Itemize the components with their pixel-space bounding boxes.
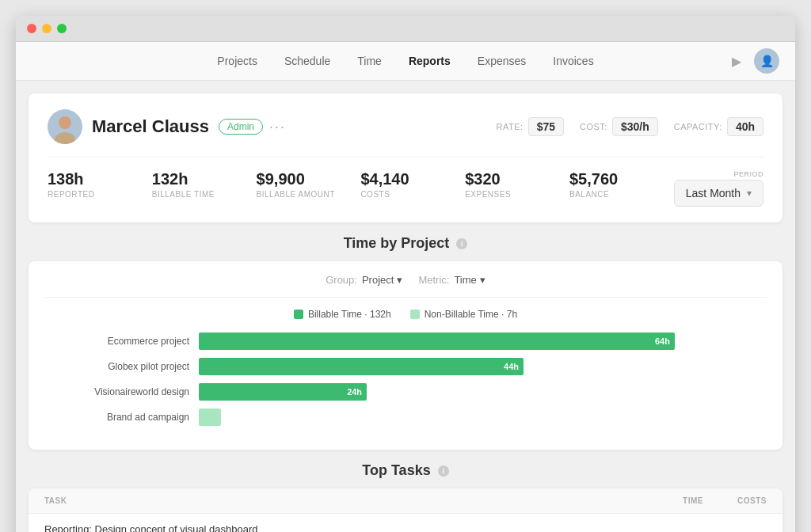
nav-schedule[interactable]: Schedule [283, 51, 332, 70]
bar-chart: Ecommerce project 64h Globex pilot proje… [44, 332, 767, 426]
capacity-label: CAPACITY: [674, 122, 722, 131]
bar-fill-brand-non-billable [199, 408, 221, 426]
bar-value-ecommerce: 64h [655, 336, 670, 346]
bar-row-ecommerce: Ecommerce project 64h [52, 332, 759, 350]
avatar [48, 109, 82, 144]
capacity-value: 40h [727, 117, 763, 136]
chart-section-title: Time by Project i [29, 235, 782, 252]
tasks-section-title: Top Tasks i [29, 462, 782, 479]
metric-selector[interactable]: Metric: Time ▾ [418, 274, 485, 286]
nav-projects[interactable]: Projects [215, 51, 259, 70]
stats-row: 138h REPORTED 132h BILLABLE TIME $9,900 … [48, 170, 763, 207]
rate-value: $75 [528, 117, 564, 136]
stat-expenses-label: EXPENSES [465, 190, 569, 199]
metric-label: Metric: [418, 274, 449, 286]
chevron-down-icon: ▾ [747, 188, 752, 199]
period-label: PERIOD [734, 170, 764, 178]
stat-billable-time-label: BILLABLE TIME [152, 190, 257, 199]
admin-badge: Admin [219, 119, 263, 135]
stat-balance-label: BALANCE [569, 190, 674, 199]
stat-costs-label: COSTS [360, 190, 465, 199]
stat-billable-time-value: 132h [152, 170, 257, 188]
more-options-icon[interactable]: ··· [269, 119, 286, 135]
bar-track-ecommerce: 64h [199, 332, 759, 350]
stat-expenses-value: $320 [465, 170, 569, 188]
navbar: Projects Schedule Time Reports Expenses … [16, 42, 795, 81]
legend-non-billable: Non-Billable Time · 7h [410, 309, 517, 320]
non-billable-legend-dot [410, 310, 420, 319]
tasks-col-time: TIME [640, 496, 703, 505]
maximize-dot[interactable] [57, 24, 67, 33]
profile-meta: RATE: $75 COST: $30/h CAPACITY: 40h [497, 117, 763, 136]
nav-invoices[interactable]: Invoices [551, 51, 595, 70]
bar-label-ecommerce: Ecommerce project [52, 336, 199, 347]
tasks-info-icon[interactable]: i [438, 466, 449, 477]
nav-expenses[interactable]: Expenses [476, 51, 527, 70]
bar-value-globex: 44h [504, 362, 519, 371]
bar-fill-ecommerce-billable: 64h [199, 332, 675, 350]
bar-row-visionaire: Visionaireworld design 24h [52, 383, 759, 401]
cost-meta: COST: $30/h [580, 117, 658, 136]
nav-reports[interactable]: Reports [407, 51, 452, 70]
profile-row: Marcel Clauss Admin ··· RATE: $75 COST: … [48, 109, 763, 158]
stat-reported-label: REPORTED [48, 190, 152, 199]
group-label: Group: [326, 274, 357, 286]
bar-track-visionaire: 24h [199, 383, 759, 401]
bar-track-globex: 44h [199, 358, 759, 375]
metric-chevron-icon: ▾ [480, 274, 485, 286]
bar-row-globex: Globex pilot project 44h [52, 358, 759, 375]
nav-time[interactable]: Time [356, 51, 383, 70]
group-chevron-icon: ▾ [397, 274, 402, 286]
bar-label-globex: Globex pilot project [52, 361, 199, 372]
stat-costs: $4,140 COSTS [360, 170, 465, 199]
stat-billable-amount-value: $9,900 [257, 170, 361, 188]
stat-reported-value: 138h [48, 170, 152, 188]
rate-label: RATE: [497, 122, 524, 131]
main-content: Marcel Clauss Admin ··· RATE: $75 COST: … [16, 81, 795, 532]
chart-controls: Group: Project ▾ Metric: Time ▾ [44, 274, 767, 298]
stat-costs-value: $4,140 [360, 170, 465, 188]
bar-track-brand [199, 408, 759, 426]
chart-legend: Billable Time · 132h Non-Billable Time ·… [44, 309, 767, 320]
close-dot[interactable] [27, 24, 36, 33]
bar-fill-globex-billable: 44h [199, 358, 524, 375]
group-selector[interactable]: Group: Project ▾ [326, 274, 402, 286]
group-value: Project [362, 274, 394, 286]
play-icon[interactable]: ▶ [727, 51, 746, 70]
billable-legend-dot [294, 310, 303, 319]
chart-info-icon[interactable]: i [456, 238, 467, 249]
bar-label-visionaire: Visionaireworld design [52, 386, 199, 397]
stat-billable-amount-label: BILLABLE AMOUNT [257, 190, 361, 199]
titlebar [16, 16, 795, 42]
nav-right: ▶ 👤 [727, 48, 779, 74]
legend-billable: Billable Time · 132h [294, 309, 391, 320]
stat-expenses: $320 EXPENSES [465, 170, 569, 199]
cost-value: $30/h [612, 117, 658, 136]
rate-meta: RATE: $75 [497, 117, 564, 136]
metric-value: Time [454, 274, 476, 286]
tasks-table-header: TASK TIME COSTS [29, 488, 782, 514]
capacity-meta: CAPACITY: 40h [674, 117, 763, 136]
stat-billable-amount: $9,900 BILLABLE AMOUNT [257, 170, 361, 199]
user-avatar[interactable]: 👤 [754, 48, 779, 74]
tasks-card: TASK TIME COSTS Reporting: Design concep… [29, 488, 782, 532]
bar-row-brand: Brand ad campaign [52, 408, 759, 426]
minimize-dot[interactable] [42, 24, 51, 33]
profile-card: Marcel Clauss Admin ··· RATE: $75 COST: … [29, 93, 782, 222]
tasks-title-text: Top Tasks [362, 462, 430, 478]
bar-label-brand: Brand ad campaign [52, 412, 199, 423]
svg-point-1 [59, 116, 71, 129]
task-name: Reporting: Design concept of visual dash… [44, 523, 640, 532]
billable-legend-label: Billable Time · 132h [308, 309, 391, 320]
period-value: Last Month [686, 187, 741, 200]
tasks-col-task: TASK [44, 496, 640, 505]
period-selector: PERIOD Last Month ▾ [674, 170, 763, 207]
stat-reported: 138h REPORTED [48, 170, 152, 199]
stat-balance: $5,760 BALANCE [569, 170, 674, 199]
cost-label: COST: [580, 122, 607, 131]
bar-value-visionaire: 24h [347, 387, 362, 397]
task-row: Reporting: Design concept of visual dash… [29, 514, 782, 532]
chart-card: Group: Project ▾ Metric: Time ▾ Billable… [29, 261, 782, 450]
tasks-col-costs: COSTS [703, 496, 767, 505]
period-button[interactable]: Last Month ▾ [674, 180, 763, 207]
